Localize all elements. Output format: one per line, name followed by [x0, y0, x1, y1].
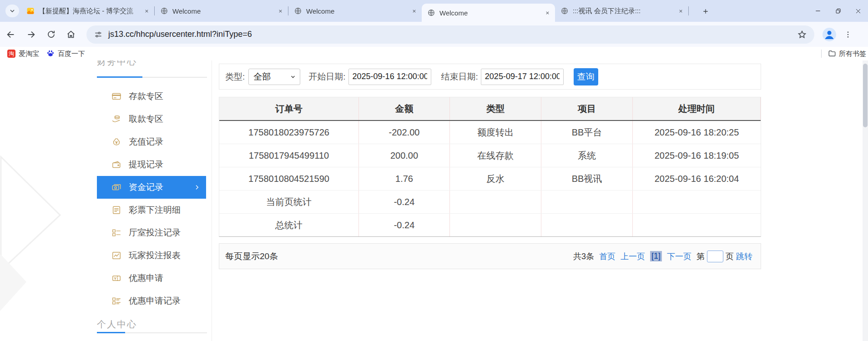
table-cell [450, 191, 541, 213]
end-date-label: 结束日期: [441, 71, 478, 83]
site-settings-icon[interactable] [94, 30, 103, 39]
browser-tab-1[interactable]: 【新提醒】海燕论坛 - 博学交流 [21, 0, 154, 22]
star-icon [797, 30, 807, 40]
recharge-bag-icon [111, 137, 121, 147]
bookmark-item-1[interactable]: 淘爱淘宝 [7, 50, 39, 58]
sidebar-item-10[interactable]: 优惠申请记录 [97, 290, 206, 312]
forward-button[interactable] [22, 25, 40, 44]
tab-close-button[interactable] [676, 7, 685, 15]
jump-prefix-label: 第 [696, 251, 705, 262]
start-date-input[interactable] [348, 69, 431, 85]
close-window-button[interactable] [848, 0, 868, 22]
sidebar-rule-accent [97, 76, 142, 78]
reload-button[interactable] [42, 25, 60, 44]
sidebar-section-personal: 个人中心 [97, 318, 137, 331]
tab-close-button[interactable] [410, 7, 418, 15]
search-button[interactable]: 查询 [574, 68, 598, 85]
window-controls [808, 0, 868, 22]
sidebar-item-2[interactable]: 取款专区 [97, 108, 206, 130]
table-cell: -202.00 [359, 121, 450, 144]
sidebar-item-5[interactable]: 资金记录 [97, 176, 206, 199]
jump-suffix-label: 页 [726, 251, 734, 262]
table-cell: 1758017945499110 [219, 144, 359, 167]
page-jump-group: 第 页 跳转 [696, 251, 752, 262]
scrollbar-thumb[interactable] [863, 64, 868, 127]
tab-close-button[interactable] [543, 9, 551, 17]
tab-separator [688, 6, 689, 15]
sidebar-menu: 存款专区取款专区充值记录提现记录资金记录彩票下注明细厅室投注记录玩家投注报表优惠… [97, 85, 206, 312]
browser-tab-2[interactable]: Welcome [155, 0, 288, 22]
table-header-cell: 订单号 [219, 97, 359, 120]
current-page-indicator[interactable]: [1] [650, 251, 662, 261]
sidebar-item-1[interactable]: 存款专区 [97, 85, 206, 108]
funds-cash-icon [111, 182, 121, 192]
chevron-down-icon [290, 74, 296, 80]
jump-action-link[interactable]: 跳转 [736, 251, 752, 262]
sidebar-section-finance: 财务中心 [97, 60, 137, 68]
restore-button[interactable] [828, 0, 848, 22]
sidebar-item-6[interactable]: 彩票下注明细 [97, 199, 206, 221]
home-button[interactable] [62, 25, 80, 44]
type-select[interactable]: 全部 [248, 69, 300, 85]
browser-menu-button[interactable] [843, 28, 853, 41]
page-jump-input[interactable] [707, 251, 723, 262]
tab-close-button[interactable] [142, 7, 151, 15]
sidebar-rule-bottom [97, 332, 207, 333]
promo-grid-icon [111, 296, 121, 306]
sidebar-item-label: 厅室投注记录 [129, 227, 181, 239]
minimize-button[interactable] [808, 0, 828, 22]
browser-tab-4[interactable]: Welcome [422, 4, 555, 22]
bookmarks-right: 所有书签 [821, 47, 866, 60]
globe-favicon [294, 7, 302, 15]
profile-avatar[interactable] [823, 28, 836, 41]
bookmark-item-2[interactable]: 百度一下 [46, 50, 85, 58]
table-header-cell: 类型 [450, 97, 541, 120]
url-text[interactable]: js13.cc/hhcp/usercenter.html?iniType=6 [108, 30, 796, 39]
next-page-link[interactable]: 下一页 [667, 251, 691, 262]
table-row-4: 当前页统计-0.24 [219, 191, 761, 214]
tab-strip: 【新提醒】海燕论坛 - 博学交流WelcomeWelcomeWelcome:::… [0, 0, 868, 22]
table-cell: 额度转出 [450, 121, 541, 144]
sidebar-item-9[interactable]: 优惠申请 [97, 267, 206, 290]
person-icon [823, 28, 836, 41]
sidebar-item-8[interactable]: 玩家投注报表 [97, 244, 206, 267]
tab-title: Welcome [172, 7, 276, 15]
bookmarks-list: 淘爱淘宝百度一下 [0, 50, 85, 58]
browser-tab-5[interactable]: :::视讯 会员下注纪录::: [555, 0, 688, 22]
tab-title: Welcome [306, 7, 410, 15]
withdraw-hand-icon [111, 114, 121, 124]
bookmarks-bar: 淘爱淘宝百度一下 所有书签 [0, 47, 868, 60]
promo-ticket-icon [111, 273, 121, 283]
all-bookmarks-button[interactable]: 所有书签 [828, 50, 866, 58]
browser-tab-3[interactable]: Welcome [288, 0, 422, 22]
first-page-link[interactable]: 首页 [599, 251, 616, 262]
back-button[interactable] [2, 25, 20, 44]
bookmark-star-button[interactable] [796, 29, 808, 40]
prev-page-link[interactable]: 上一页 [621, 251, 645, 262]
new-tab-button[interactable] [700, 5, 712, 17]
tab-close-button[interactable] [276, 7, 284, 15]
page-size-text: 每页显示20条 [225, 251, 278, 262]
sidebar-item-label: 提现记录 [129, 159, 163, 170]
table-header-cell: 项目 [541, 97, 633, 120]
sidebar-item-3[interactable]: 充值记录 [97, 130, 206, 153]
reload-icon [46, 30, 56, 39]
table-row-1: 1758018023975726-202.00额度转出BB平台2025-09-1… [219, 121, 761, 144]
tab-title: :::视讯 会员下注纪录::: [573, 7, 676, 15]
sidebar-item-4[interactable]: 提现记录 [97, 153, 206, 176]
pagination-bar: 每页显示20条 共3条 首页 上一页 [1] 下一页 第 页 跳转 [219, 243, 761, 269]
table-cell: 200.00 [359, 144, 450, 167]
table-cell: 1.76 [359, 167, 450, 190]
sidebar-item-label: 优惠申请 [129, 272, 163, 284]
home-icon [66, 30, 76, 40]
table-cell [633, 214, 761, 236]
address-bar[interactable]: js13.cc/hhcp/usercenter.html?iniType=6 [86, 25, 814, 44]
baidu-paw-icon [46, 50, 55, 58]
kebab-menu-icon [844, 30, 852, 39]
end-date-input[interactable] [481, 69, 564, 85]
pagination-controls: 共3条 首页 上一页 [1] 下一页 第 页 跳转 [573, 251, 752, 262]
all-bookmarks-label: 所有书签 [839, 50, 866, 58]
sidebar-item-7[interactable]: 厅室投注记录 [97, 221, 206, 244]
tab-search-button[interactable] [5, 5, 19, 17]
sidebar: 财务中心 存款专区取款专区充值记录提现记录资金记录彩票下注明细厅室投注记录玩家投… [97, 60, 212, 341]
